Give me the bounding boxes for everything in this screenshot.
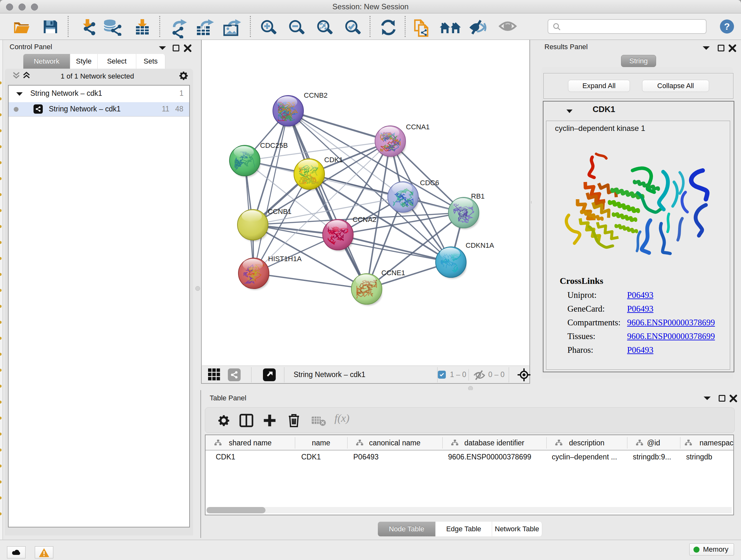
svg-text:CCNB1: CCNB1 <box>268 207 292 215</box>
svg-text:CDC6: CDC6 <box>420 179 439 187</box>
svg-text:CDK1: CDK1 <box>324 156 343 164</box>
svg-text:CCNA2: CCNA2 <box>353 215 377 224</box>
svg-text:CDC25B: CDC25B <box>260 141 288 149</box>
svg-text:?: ? <box>724 21 730 32</box>
svg-text:CCNB2: CCNB2 <box>304 91 328 99</box>
svg-text:CDKN1A: CDKN1A <box>466 241 494 249</box>
svg-text:CCNA1: CCNA1 <box>406 123 430 131</box>
svg-text:HIST1H1A: HIST1H1A <box>268 255 301 263</box>
svg-text:RB1: RB1 <box>471 192 485 200</box>
svg-text:CCNE1: CCNE1 <box>381 269 405 277</box>
